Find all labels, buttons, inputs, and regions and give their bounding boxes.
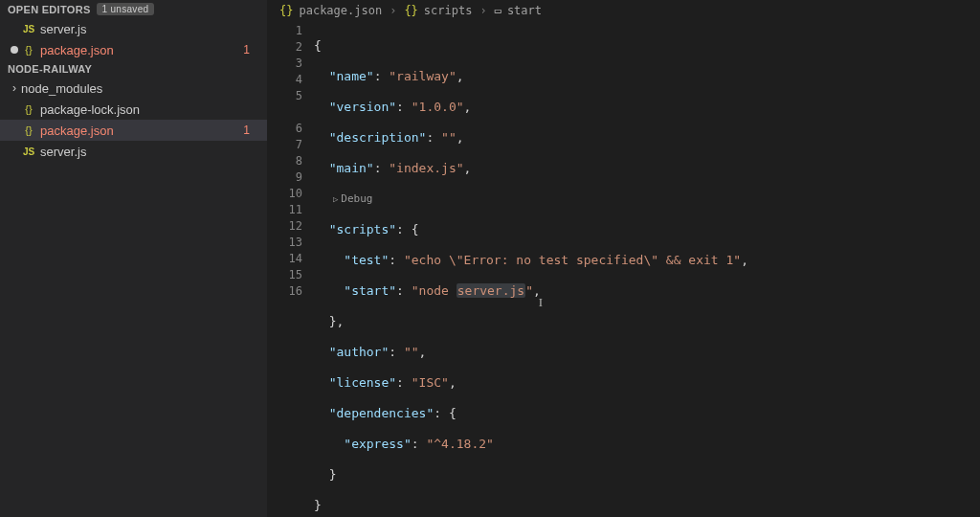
breadcrumb-separator (478, 4, 488, 17)
explorer-item-folder[interactable]: › node_modules (0, 78, 267, 99)
abc-icon: ▭ (495, 4, 501, 17)
breadcrumb[interactable]: {} package.json {} scripts ▭ start (268, 0, 980, 21)
json-icon: {} (21, 103, 36, 115)
breadcrumb-segment[interactable]: start (507, 4, 542, 17)
file-label: package-lock.json (40, 102, 259, 117)
debug-codelens[interactable]: ▷Debug (314, 191, 980, 207)
json-icon: {} (404, 4, 417, 17)
open-editors-header[interactable]: OPEN EDITORS 1 unsaved (0, 0, 267, 18)
line-number-gutter: 1 2 3 4 5 6 7 8 9 10 11 12 13 14 15 16 (268, 21, 314, 517)
error-count: 1 (243, 43, 259, 56)
json-icon: {} (21, 124, 36, 136)
js-icon: JS (21, 24, 36, 34)
breadcrumb-file[interactable]: package.json (299, 4, 382, 17)
js-icon: JS (21, 146, 36, 157)
editor-pane: {} package.json {} scripts ▭ start 1 2 3… (268, 0, 980, 517)
file-label: package.json (40, 124, 243, 138)
project-title: NODE-RAILWAY (8, 63, 92, 75)
breadcrumb-separator (388, 4, 398, 17)
open-editors-title: OPEN EDITORS (8, 4, 91, 15)
open-editor-item[interactable]: {} package.json 1 (0, 39, 267, 60)
play-icon: ▷ (333, 194, 338, 204)
breadcrumb-segment[interactable]: scripts (424, 4, 473, 17)
file-label: server.js (40, 145, 259, 159)
json-icon: {} (279, 4, 293, 17)
json-icon: {} (21, 44, 36, 56)
code-area[interactable]: 1 2 3 4 5 6 7 8 9 10 11 12 13 14 15 16 {… (268, 21, 980, 517)
explorer-item-file[interactable]: JS server.js (0, 141, 267, 162)
modified-indicator (8, 46, 21, 54)
unsaved-badge: 1 unsaved (97, 3, 155, 15)
folder-label: node_modules (21, 81, 259, 96)
error-count: 1 (243, 124, 259, 137)
open-editor-item[interactable]: JS server.js (0, 18, 267, 39)
file-label: server.js (40, 22, 259, 36)
project-header[interactable]: NODE-RAILWAY (0, 60, 267, 78)
code-content[interactable]: { "name": "railway", "version": "1.0.0",… (314, 21, 980, 517)
explorer-item-file[interactable]: {} package.json 1 (0, 120, 267, 141)
chevron-right-icon: › (8, 81, 21, 95)
explorer-item-file[interactable]: {} package-lock.json (0, 99, 267, 120)
file-label: package.json (40, 43, 243, 57)
sidebar: OPEN EDITORS 1 unsaved JS server.js {} p… (0, 0, 268, 517)
